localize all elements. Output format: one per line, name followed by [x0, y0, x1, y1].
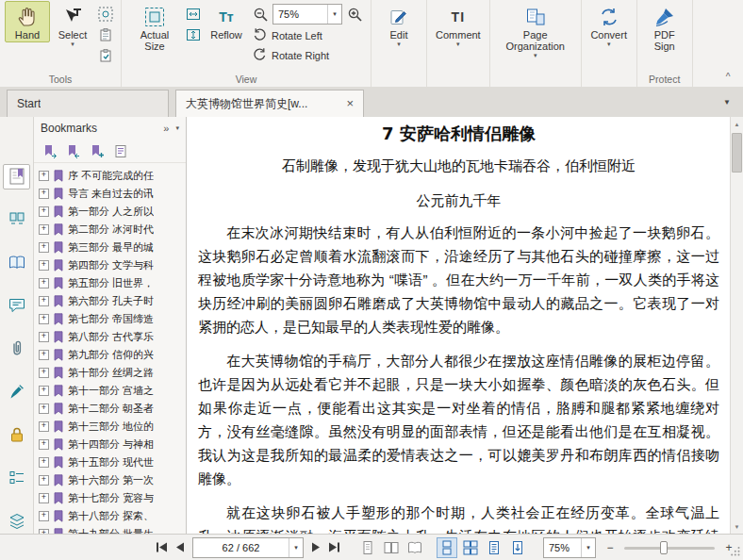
page-text-view-icon[interactable] [484, 537, 504, 558]
layers-panel-button[interactable] [3, 508, 30, 534]
tab-list-menu-button[interactable]: ▼ [718, 94, 735, 109]
rotate-left-button[interactable]: Rotate Left [251, 26, 364, 44]
bookmark-item[interactable]: + 第十七部分 宽容与 [36, 489, 184, 507]
bookmark-item[interactable]: + 第十五部分 现代世 [36, 453, 184, 471]
bookmark-expand-toggle[interactable]: + [39, 332, 49, 342]
zoom-slider[interactable] [624, 540, 715, 555]
reading-view-button[interactable] [3, 250, 30, 275]
select-tool-button[interactable]: Select ▾ [50, 1, 95, 50]
bookmark-item[interactable]: + 第十六部分 第一次 [36, 471, 184, 489]
edit-button[interactable]: Edit ▾ [376, 1, 421, 50]
bookmark-expand-toggle[interactable]: + [39, 421, 49, 432]
bookmark-expand-toggle[interactable]: + [39, 439, 49, 450]
bookmark-item[interactable]: + 第四部分 文学与科 [36, 256, 184, 274]
bookmark-expand-toggle[interactable]: + [39, 457, 49, 468]
bookmark-expand-toggle[interactable]: + [39, 296, 49, 306]
tab-start[interactable]: Start [7, 90, 169, 117]
bookmark-item[interactable]: + 第八部分 古代享乐 [36, 328, 184, 346]
fields-panel-button[interactable] [3, 466, 30, 491]
bookmark-expand-toggle[interactable]: + [39, 475, 49, 486]
bookmark-item[interactable]: + 导言 来自过去的讯 [36, 185, 184, 203]
bookmark-expand-toggle[interactable]: + [39, 511, 49, 521]
attachments-panel-button[interactable] [3, 337, 30, 362]
last-page-button[interactable] [325, 538, 343, 556]
panel-expand-icon[interactable]: » [163, 123, 169, 134]
reflow-button[interactable]: Tт Reflow [204, 1, 249, 42]
bookmark-expand-toggle[interactable]: + [39, 224, 49, 235]
page-thumbnails-button[interactable] [3, 207, 30, 233]
bookmarks-panel-button[interactable] [3, 164, 30, 189]
bookmark-expand-toggle[interactable]: + [39, 242, 49, 253]
bookmark-expand-toggle[interactable]: + [39, 314, 49, 324]
bookmark-settings-icon[interactable] [114, 144, 128, 158]
bookmark-item[interactable]: + 第十二部分 朝圣者 [36, 400, 184, 418]
fit-page-button[interactable] [184, 25, 203, 43]
scroll-up-icon[interactable]: ▲ [731, 117, 743, 131]
zoom-in-icon-button[interactable] [345, 6, 364, 24]
zoom-select[interactable]: 75% ▾ [272, 4, 342, 25]
window-resize-grip[interactable] [730, 545, 741, 558]
scroll-down-icon[interactable]: ▼ [731, 519, 743, 534]
snapshot-button[interactable] [96, 5, 115, 23]
bookmark-item[interactable]: + 第七部分 帝国缔造 [36, 310, 184, 328]
security-panel-button[interactable] [3, 422, 30, 448]
bookmark-expand-toggle[interactable]: + [39, 493, 49, 503]
previous-page-button[interactable] [171, 538, 189, 556]
zoom-select-caret-icon[interactable]: ▾ [327, 5, 341, 24]
fit-width-button[interactable] [184, 5, 203, 23]
bookmark-item[interactable]: + 第三部分 最早的城 [36, 239, 184, 256]
continuous-view-icon[interactable] [437, 537, 457, 558]
continuous-facing-view-icon[interactable] [460, 537, 481, 558]
bookmark-item[interactable]: + 第十八部分 探索、 [36, 507, 184, 525]
bookmark-item[interactable]: + 第六部分 孔夫子时 [36, 292, 184, 310]
add-bookmark-icon[interactable] [91, 144, 105, 158]
panel-menu-icon[interactable]: ▾ [175, 124, 179, 132]
convert-button[interactable]: Convert ▾ [586, 1, 632, 50]
tab-document[interactable]: 大英博物馆世界简史[w... × [175, 90, 364, 117]
bookmark-expand-toggle[interactable]: + [39, 171, 49, 181]
zoom-slider-track[interactable] [624, 547, 715, 550]
bookmark-expand-toggle[interactable]: + [39, 260, 49, 271]
zoom-out-icon-button[interactable] [251, 6, 270, 24]
status-zoom-caret-icon[interactable]: ▾ [581, 538, 595, 557]
status-zoom-select[interactable]: 75% ▾ [543, 537, 596, 558]
bookmark-expand-toggle[interactable]: + [39, 386, 49, 396]
bookmark-expand-toggle[interactable]: + [39, 350, 49, 360]
collapse-ribbon-button[interactable]: ^ [720, 73, 735, 84]
bookmark-expand-toggle[interactable]: + [39, 189, 49, 199]
bookmark-expand-toggle[interactable]: + [39, 206, 49, 217]
bookmark-item[interactable]: + 第十四部分 与神相 [36, 436, 184, 453]
bookmark-expand-toggle[interactable]: + [39, 278, 49, 288]
rotate-right-button[interactable]: Rotate Right [251, 46, 364, 64]
scrollbar-thumb[interactable] [732, 133, 742, 173]
next-page-button[interactable] [307, 538, 325, 556]
bookmark-item[interactable]: + 第一部分 人之所以 [36, 203, 184, 221]
bookmark-expand-toggle[interactable]: + [39, 368, 49, 378]
auto-scroll-view-icon[interactable] [507, 537, 528, 558]
bookmark-item[interactable]: + 第二部分 冰河时代 [36, 221, 184, 239]
comments-panel-button[interactable] [3, 293, 30, 319]
clipboard-button[interactable] [96, 25, 115, 43]
bookmark-item[interactable]: + 第九部分 信仰的兴 [36, 346, 184, 364]
vertical-scrollbar[interactable]: ▲ ▼ [730, 117, 743, 534]
book-view-icon[interactable] [405, 537, 425, 558]
paste-button[interactable] [96, 46, 115, 64]
zoom-out-button[interactable]: − [603, 540, 618, 555]
comment-button[interactable]: TI Comment ▾ [432, 1, 485, 50]
bookmark-item[interactable]: + 序 不可能完成的任 [36, 167, 184, 185]
single-page-view-icon[interactable] [357, 537, 378, 558]
bookmark-item[interactable]: + 第十三部分 地位的 [36, 418, 184, 436]
pdf-page[interactable]: 7 安萨哈利情侣雕像 石制雕像，发现于犹大山地的瓦地卡瑞吞谷，伯利恒附近 公元前… [187, 117, 730, 534]
page-organization-button[interactable]: Page Organization ▾ [495, 1, 576, 61]
close-tab-icon[interactable]: × [338, 98, 354, 109]
page-combo-caret-icon[interactable]: ▾ [289, 538, 303, 557]
expand-current-bookmark-icon[interactable] [43, 144, 58, 158]
first-page-button[interactable] [153, 538, 171, 556]
pdf-sign-button[interactable]: PDF Sign [642, 1, 687, 54]
zoom-slider-thumb[interactable] [660, 541, 668, 554]
bookmark-item[interactable]: + 第十部分 丝绸之路 [36, 364, 184, 382]
bookmark-expand-toggle[interactable]: + [39, 404, 49, 414]
bookmark-item[interactable]: + 第五部分 旧世界， [36, 274, 184, 292]
collapse-bookmarks-icon[interactable] [67, 144, 81, 158]
hand-tool-button[interactable]: Hand [5, 1, 50, 42]
